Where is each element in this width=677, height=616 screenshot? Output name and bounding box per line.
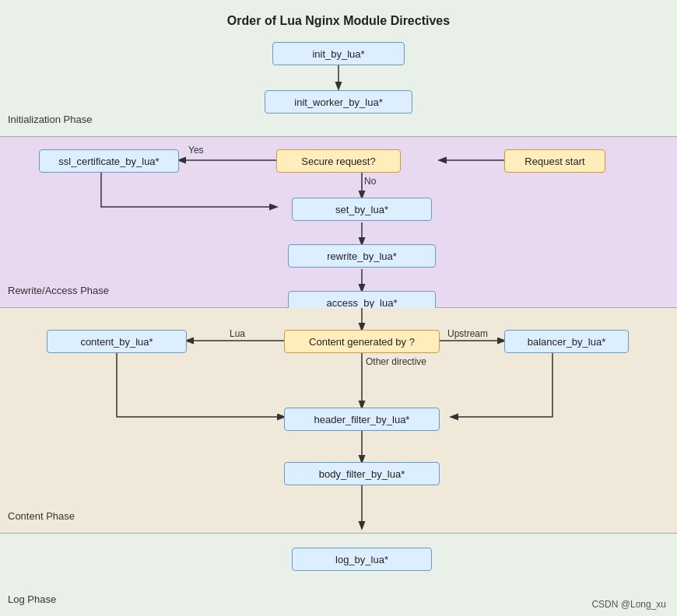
body-to-log-arrow xyxy=(0,485,677,534)
phase-init: init_by_lua* init_worker_by_lua* Initial… xyxy=(0,36,677,137)
node-balancer-by-lua: balancer_by_lua* xyxy=(504,330,629,353)
label-lua: Lua xyxy=(230,328,245,339)
init-phase-label: Initialization Phase xyxy=(8,114,92,125)
node-request-start: Request start xyxy=(504,149,605,173)
phase-rewrite: ssl_certificate_by_lua* Yes Secure reque… xyxy=(0,137,677,308)
node-secure-request: Secure request? xyxy=(276,149,401,173)
phase-log: log_by_lua* Log Phase CSDN @Long_xu xyxy=(0,534,677,616)
node-rewrite-by-lua: rewrite_by_lua* xyxy=(288,244,436,268)
node-init-by-lua: init_by_lua* xyxy=(272,42,405,65)
node-body-filter-by-lua: body_filter_by_lua* xyxy=(284,462,440,485)
rewrite-phase-label: Rewrite/Access Phase xyxy=(8,285,109,296)
watermark: CSDN @Long_xu xyxy=(591,599,666,610)
node-content-generated-by: Content generated by ? xyxy=(284,330,440,353)
label-yes: Yes xyxy=(188,145,204,156)
label-no: No xyxy=(364,176,376,187)
node-set-by-lua: set_by_lua* xyxy=(292,198,432,221)
diagram-container: Order of Lua Nginx Module Directives ini… xyxy=(0,0,677,616)
log-phase-label: Log Phase xyxy=(8,593,56,605)
node-ssl-certificate-by-lua: ssl_certificate_by_lua* xyxy=(39,149,179,173)
diagram-title: Order of Lua Nginx Module Directives xyxy=(0,0,677,36)
phase-content: Lua Upstream Other directive Content gen… xyxy=(0,308,677,534)
label-other-directive: Other directive xyxy=(366,356,426,367)
content-phase-label: Content Phase xyxy=(8,510,75,522)
node-content-by-lua: content_by_lua* xyxy=(47,330,187,353)
node-header-filter-by-lua: header_filter_by_lua* xyxy=(284,408,440,431)
node-log-by-lua: log_by_lua* xyxy=(292,548,432,571)
label-upstream: Upstream xyxy=(447,328,488,339)
node-init-worker-by-lua: init_worker_by_lua* xyxy=(265,90,412,114)
